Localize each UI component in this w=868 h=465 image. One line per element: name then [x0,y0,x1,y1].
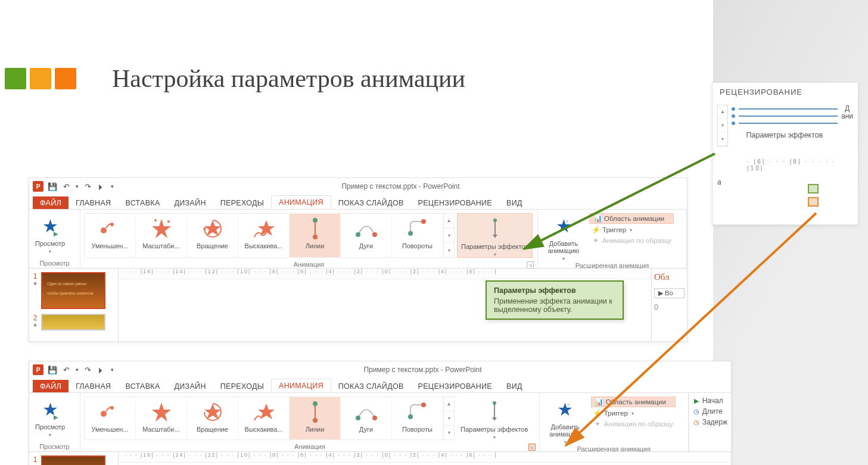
tab-view[interactable]: ВИД [499,196,530,209]
qat-save-icon[interactable]: 💾 [46,366,59,375]
qat-save-icon[interactable]: 💾 [46,182,59,191]
trigger-button[interactable]: ⚡ Триггер ▾ [591,408,676,418]
gallery-item-scale[interactable]: Масштаби... [136,397,187,439]
qat-redo-icon[interactable]: ↷ [83,366,93,375]
gallery-item-spin[interactable]: Вращение [187,214,238,257]
svg-point-19 [313,401,318,406]
gallery-item-reduce[interactable]: Уменьшен... [85,397,136,439]
tab-transitions[interactable]: ПЕРЕХОДЫ [213,196,271,209]
tooltip-effect-options: Параметры эффектов Применение эффекта ан… [486,280,624,320]
preview-button[interactable]: ★▶ Просмотр ▾ [32,394,69,442]
tab-review[interactable]: РЕЦЕНЗИРОВАНИЕ [411,196,499,209]
qat-redo-icon[interactable]: ↷ [83,182,93,191]
svg-point-27 [493,401,496,405]
app-badge-icon: P [33,364,43,375]
add-animation-button[interactable]: ★＋ Добавить анимацию ▾ [540,211,587,261]
animation-pane-button[interactable]: 📊 Область анимации [591,397,676,407]
gallery-scroll[interactable]: ▲ ▾ ▾ [443,397,454,439]
tab-home[interactable]: ГЛАВНАЯ [69,196,118,209]
tab-home[interactable]: ГЛАВНАЯ [69,380,118,392]
animation-painter-button[interactable]: ✦ Анимация по образцу [591,419,676,429]
tab-slideshow[interactable]: ПОКАЗ СЛАЙДОВ [331,380,411,392]
animation-gallery[interactable]: Уменьшен... Масштаби... Вращение Вы [84,213,455,258]
gallery-scroll[interactable]: ▲ ▾ ▾ [443,214,454,257]
pane-play-button[interactable]: ▶ Во [654,288,685,298]
gallery-item-bounce[interactable]: Выскакива... [238,397,290,439]
preview-button[interactable]: ★▶ Просмотр ▾ [32,211,69,259]
group-animation-label: Анимация ↘ [83,260,535,269]
trigger-button[interactable]: ⚡ Триггер ▾ [589,225,674,235]
group-animation-label: Анимация ↘ [83,442,537,451]
qat-start-icon[interactable]: ⏵ [95,182,107,191]
svg-point-11 [421,219,426,224]
zoom-tab-review: РЕЦЕНЗИРОВАНИЕ [720,88,802,96]
app-badge-icon: P [33,181,43,192]
svg-point-16 [101,411,107,417]
thumb-number: 1 [33,455,38,464]
group-preview-label: Просмотр [32,442,77,451]
gallery-item-bounce[interactable]: Выскакива... [238,214,290,257]
thumb-anim-icon: ★ [33,322,38,328]
effect-options-button[interactable]: Параметры эффектов ▾ [457,397,531,440]
tab-design[interactable]: ДИЗАЙН [167,196,213,209]
svg-point-22 [372,416,377,420]
qat-undo-dd[interactable]: ▾ [74,367,80,373]
svg-point-20 [313,418,318,423]
qat-undo-icon[interactable]: ↶ [61,182,71,191]
tab-animation[interactable]: АНИМАЦИЯ [271,195,331,209]
thumb-slide-2[interactable] [41,314,105,330]
thumb-number: 2 [33,314,38,322]
svg-point-9 [372,232,377,237]
qat-undo-dd[interactable]: ▾ [74,183,80,189]
tab-review[interactable]: РЕЦЕНЗИРОВАНИЕ [411,380,499,392]
horizontal-ruler: · · · |16| · · · |14| · · · |12| · · · |… [119,269,651,279]
thumb-slide-1[interactable]: Один из самых умных чтобы привлечь клиен… [41,455,105,465]
qat-customize[interactable]: ▾ [109,367,116,373]
gallery-item-lines[interactable]: Линии [290,397,341,439]
gallery-item-scale[interactable]: Масштаби... [136,214,187,257]
svg-point-23 [408,414,413,419]
slide-thumbnails[interactable]: 1 ★ Один из самых умных чтобы привлечь к… [29,269,119,341]
gallery-item-turns[interactable]: Повороты [392,397,443,439]
zoom-effect-options-label: Параметры эффектов [746,131,823,139]
window-title: Пример с текстом.pptx - PowerPoint [118,182,683,191]
pane-header: Обл [654,272,685,282]
qat-customize[interactable]: ▾ [109,183,116,189]
qat-start-icon[interactable]: ⏵ [95,366,107,375]
timing-delay-label[interactable]: Задерж [702,418,727,426]
gallery-item-arcs[interactable]: Дуги [341,397,392,439]
zoom-ruler: · |6| · · · |8| · · · · · |10| [717,158,853,171]
timing-duration-label[interactable]: Длите [702,407,723,416]
tab-slideshow[interactable]: ПОКАЗ СЛАЙДОВ [331,196,411,209]
animation-group-launcher[interactable]: ↘ [528,444,536,451]
thumb-slide-1[interactable]: Один из самых умных чтобы привлечь клиен… [41,272,105,309]
animation-group-launcher[interactable]: ↘ [527,261,534,269]
gallery-item-lines[interactable]: Линии [290,214,341,257]
svg-point-0 [101,227,107,233]
tab-insert[interactable]: ВСТАВКА [118,380,167,392]
timing-start-label[interactable]: Начал [702,397,723,405]
gallery-item-turns[interactable]: Повороты [392,214,443,257]
tab-animation[interactable]: АНИМАЦИЯ [271,379,331,392]
zoom-highlight-orange [808,197,819,207]
effect-options-button[interactable]: Параметры эффектов ▾ [457,213,533,258]
animation-pane-button[interactable]: 📊 Область анимации [589,213,674,224]
tab-view[interactable]: ВИД [499,380,530,392]
svg-point-8 [356,232,360,237]
gallery-item-reduce[interactable]: Уменьшен... [85,214,136,257]
tab-file[interactable]: ФАЙЛ [33,196,69,209]
tab-file[interactable]: ФАЙЛ [33,380,69,392]
add-animation-button[interactable]: ★＋ Добавить анимацию ▾ [542,394,589,445]
delay-icon: ◷ [693,419,700,426]
gallery-item-arcs[interactable]: Дуги [341,214,392,257]
gallery-item-spin[interactable]: Вращение [187,397,238,439]
trigger-icon: ⚡ [592,226,600,234]
tab-insert[interactable]: ВСТАВКА [118,196,167,209]
tab-transitions[interactable]: ПЕРЕХОДЫ [213,380,271,392]
animation-painter-button[interactable]: ✦ Анимация по образцу [589,236,674,245]
qat-undo-icon[interactable]: ↶ [61,366,71,375]
gallery-spinner[interactable]: ▲ ▾ ▾ [717,105,728,146]
tab-design[interactable]: ДИЗАЙН [167,380,213,392]
slide-title: Настройка параметров анимации [112,64,465,93]
animation-gallery[interactable]: Уменьшен... Масштаби... Вращение Вы [84,397,455,440]
